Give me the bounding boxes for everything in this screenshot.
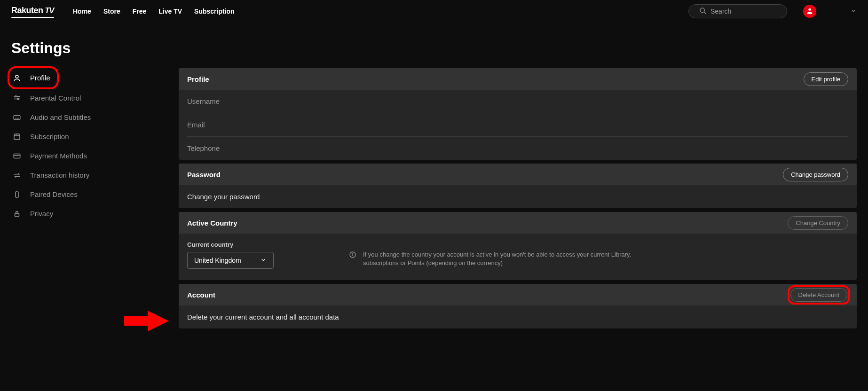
svg-point-5 <box>15 95 16 97</box>
person-icon <box>12 74 22 82</box>
sidebar-item-paired-devices[interactable]: Paired Devices <box>11 185 179 204</box>
profile-field-email: Email <box>187 113 848 137</box>
account-body: Delete your current account and all acco… <box>179 305 857 328</box>
sidebar-item-label: Subscription <box>30 133 69 141</box>
search-box[interactable]: Search <box>688 4 787 18</box>
brand-logo[interactable]: Rakuten TV <box>11 6 54 17</box>
credit-card-icon <box>12 152 22 160</box>
svg-rect-14 <box>14 154 20 158</box>
country-select[interactable]: United Kingdom <box>187 252 274 269</box>
section-title: Profile <box>187 75 209 83</box>
lock-icon <box>12 210 22 218</box>
svg-point-3 <box>16 75 18 78</box>
section-title: Account <box>187 291 215 299</box>
password-section: Password Change password Change your pas… <box>179 164 857 208</box>
svg-point-20 <box>353 253 353 254</box>
svg-point-7 <box>17 98 19 100</box>
account-section: Account Delete Account Delete your curre… <box>179 284 857 328</box>
sidebar-item-audio-subtitles[interactable]: Audio and Subtitles <box>11 108 179 127</box>
section-title: Active Country <box>187 219 237 227</box>
search-placeholder: Search <box>710 8 731 15</box>
current-country-label: Current country <box>187 241 274 248</box>
svg-rect-12 <box>14 135 20 140</box>
password-body: Change your password <box>179 185 857 208</box>
sidebar-item-label: Privacy <box>30 210 53 218</box>
change-password-button[interactable]: Change password <box>783 168 848 181</box>
settings-sidebar: Profile Parental Control Audio and Subti… <box>11 68 179 328</box>
sidebar-item-transaction-history[interactable]: Transaction history <box>11 165 179 185</box>
settings-main: Profile Edit profile Username Email Tele… <box>179 68 857 328</box>
info-icon <box>349 250 356 261</box>
person-icon <box>806 7 813 16</box>
user-menu-toggle[interactable] <box>850 8 857 16</box>
country-info-text: If you change the country your account i… <box>363 250 650 267</box>
brand-suffix: TV <box>45 7 54 15</box>
avatar[interactable] <box>803 5 816 18</box>
device-icon <box>12 190 22 199</box>
swap-icon <box>12 171 22 180</box>
delete-account-button[interactable]: Delete Account <box>790 288 847 302</box>
change-country-button[interactable]: Change Country <box>788 216 848 230</box>
svg-rect-16 <box>16 192 18 197</box>
nav-subscription[interactable]: Subscription <box>194 8 235 15</box>
subtitles-icon <box>12 113 22 122</box>
svg-rect-17 <box>15 213 19 217</box>
sliders-icon <box>12 94 22 102</box>
top-nav: Rakuten TV Home Store Free Live TV Subsc… <box>0 0 868 23</box>
profile-section: Profile Edit profile Username Email Tele… <box>179 68 857 160</box>
svg-point-2 <box>808 8 811 10</box>
nav-links: Home Store Free Live TV Subscription <box>73 8 235 15</box>
sidebar-item-payment-methods[interactable]: Payment Methods <box>11 146 179 165</box>
svg-line-1 <box>704 12 706 14</box>
active-country-section: Active Country Change Country Current co… <box>179 212 857 280</box>
edit-profile-button[interactable]: Edit profile <box>804 72 848 86</box>
sidebar-item-label: Transaction history <box>30 171 89 179</box>
sidebar-item-privacy[interactable]: Privacy <box>11 204 179 223</box>
sidebar-item-label: Paired Devices <box>30 190 78 198</box>
sidebar-item-label: Audio and Subtitles <box>30 113 91 121</box>
nav-free[interactable]: Free <box>133 8 147 15</box>
sidebar-item-subscription[interactable]: Subscription <box>11 127 179 146</box>
nav-store[interactable]: Store <box>103 8 120 15</box>
chevron-down-icon <box>850 8 857 16</box>
page-title: Settings <box>11 39 857 57</box>
profile-field-username: Username <box>187 90 848 113</box>
sidebar-item-parental-control[interactable]: Parental Control <box>11 88 179 108</box>
box-icon <box>12 133 22 141</box>
search-icon <box>699 7 707 16</box>
annotation-delete-highlight: Delete Account <box>789 287 848 303</box>
profile-field-telephone: Telephone <box>187 137 848 160</box>
svg-point-0 <box>700 8 704 12</box>
nav-home[interactable]: Home <box>73 8 91 15</box>
chevron-down-icon <box>260 257 267 265</box>
sidebar-item-label: Profile <box>30 74 50 82</box>
nav-live-tv[interactable]: Live TV <box>158 8 182 15</box>
sidebar-item-label: Parental Control <box>30 94 81 102</box>
brand-name: Rakuten <box>11 6 43 16</box>
svg-rect-9 <box>14 115 20 119</box>
sidebar-item-label: Payment Methods <box>30 152 87 160</box>
sidebar-item-profile[interactable]: Profile <box>9 68 57 87</box>
country-select-value: United Kingdom <box>194 257 241 264</box>
section-title: Password <box>187 171 221 179</box>
